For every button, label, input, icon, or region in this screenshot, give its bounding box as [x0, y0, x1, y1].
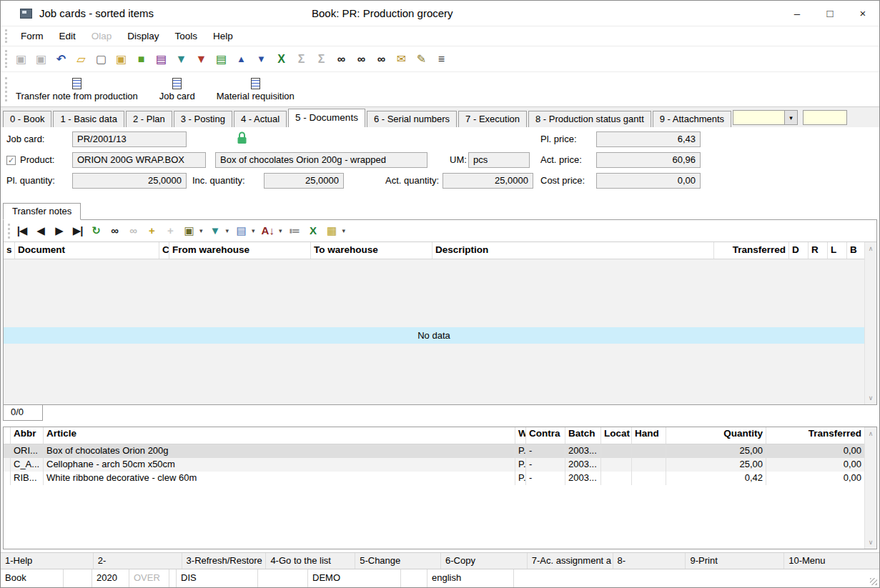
scroll-down-icon[interactable]: ∨ [869, 536, 874, 549]
view-settings-icon[interactable]: ▤ [235, 223, 247, 239]
column-header-quantity[interactable]: Quantity [666, 427, 766, 444]
cost-price-field[interactable]: 0,00 [596, 173, 701, 189]
close-button[interactable]: × [846, 1, 879, 26]
vertical-scrollbar[interactable]: ∧ ∨ [864, 242, 876, 404]
fkey-print[interactable]: 9-Print [686, 553, 784, 569]
menu-tools[interactable]: Tools [167, 31, 206, 41]
column-header-from-warehouse[interactable]: From warehouse [169, 242, 311, 259]
chevron-down-icon[interactable]: ▾ [199, 227, 203, 234]
tab-posting[interactable]: 3 - Posting [174, 111, 232, 127]
tab-production-status-gantt[interactable]: 8 - Production status gantt [528, 111, 651, 127]
hamburger-menu-icon[interactable]: ≡ [433, 51, 450, 68]
maximize-button[interactable]: □ [814, 1, 846, 26]
scroll-down-icon[interactable]: ∨ [869, 392, 874, 404]
tab-book[interactable]: 0 - Book [3, 111, 51, 127]
copy-icon[interactable]: ▣ [113, 51, 129, 68]
find-next-icon[interactable]: ∞ [373, 51, 390, 68]
column-header-document[interactable]: Document [15, 242, 159, 259]
quick-select-combo[interactable]: ▾ [733, 110, 798, 125]
mail-icon[interactable]: ✉ [393, 51, 410, 68]
filter-icon[interactable]: ▼ [209, 223, 222, 239]
find-icon[interactable]: ∞ [109, 223, 121, 239]
tab-documents[interactable]: 5 - Documents [288, 109, 365, 127]
column-header-handling[interactable]: Hand [632, 427, 666, 444]
menu-form[interactable]: Form [13, 31, 51, 41]
product-name-field[interactable]: Box of chocolates Orion 200g - wrapped [215, 152, 427, 168]
fkey-refresh-restore[interactable]: 3-Refresh/Restore [182, 553, 267, 569]
minimize-button[interactable]: – [781, 1, 814, 26]
refresh-icon[interactable]: ↻ [90, 223, 102, 239]
fkey-2[interactable]: 2- [94, 553, 182, 569]
column-header-b[interactable]: B [847, 242, 864, 259]
go-next-icon[interactable]: ▶ [53, 223, 65, 239]
menu-display[interactable]: Display [119, 31, 167, 41]
product-code-field[interactable]: ORION 200G WRAP.BOX [72, 152, 206, 168]
snapshot-icon[interactable]: ▣ [183, 223, 195, 239]
scroll-up-icon[interactable]: ∧ [869, 242, 874, 255]
move-down-icon[interactable]: ▼ [253, 51, 270, 68]
find-previous-icon[interactable]: ∞ [353, 51, 370, 68]
lock-icon[interactable]: ■ [133, 51, 149, 68]
quick-search-field[interactable] [803, 110, 847, 125]
transfer-notes-tab[interactable]: Transfer notes [3, 203, 81, 220]
act-quantity-field[interactable]: 25,0000 [443, 173, 533, 189]
table-row[interactable]: RIB... White ribbone decorative - clew 6… [4, 472, 864, 485]
filter-icon[interactable]: ▼ [173, 51, 189, 68]
job-card-field[interactable]: PR/2001/13 [72, 131, 187, 147]
tab-basic-data[interactable]: 1 - Basic data [53, 111, 124, 127]
go-previous-icon[interactable]: ◀ [34, 223, 46, 239]
column-header-description[interactable]: Description [432, 242, 714, 259]
pl-price-field[interactable]: 6,43 [596, 131, 701, 147]
vertical-scrollbar[interactable]: ∧ ∨ [864, 427, 876, 549]
chevron-down-icon[interactable]: ▾ [252, 227, 255, 234]
job-card-button[interactable]: Job card [157, 77, 198, 102]
sort-icon[interactable]: A↓ [262, 223, 275, 239]
scroll-up-icon[interactable]: ∧ [869, 427, 874, 440]
new-document-icon[interactable]: ▢ [93, 51, 109, 68]
chevron-down-icon[interactable]: ▾ [342, 227, 345, 234]
act-price-field[interactable]: 60,96 [596, 152, 701, 168]
tab-attachments[interactable]: 9 - Attachments [653, 111, 731, 127]
filter-values-icon[interactable]: ▼ [193, 51, 209, 68]
column-header-r[interactable]: R [809, 242, 828, 259]
pl-quantity-field[interactable]: 25,0000 [72, 173, 187, 189]
go-last-icon[interactable]: ▶| [71, 223, 84, 239]
add-row-icon[interactable]: + [146, 223, 158, 239]
excel-edit-icon[interactable]: X [273, 51, 290, 68]
save-icon[interactable]: ▣ [13, 51, 29, 68]
columns-icon[interactable]: ▦ [325, 223, 337, 239]
menu-help[interactable]: Help [205, 31, 241, 41]
column-header-article[interactable]: Article [44, 427, 515, 444]
product-checkbox[interactable]: ✓ [6, 156, 16, 165]
save-special-icon[interactable]: ▣ [33, 51, 49, 68]
notes-edit-icon[interactable]: ✎ [413, 51, 430, 68]
table-row[interactable]: C_A... Cellophane - arch 50cm x50cm P...… [4, 458, 864, 472]
move-up-icon[interactable]: ▲ [233, 51, 249, 68]
column-header-location[interactable]: Locat [601, 427, 632, 444]
column-header-contract[interactable]: Contra [526, 427, 565, 444]
open-icon[interactable]: ▱ [73, 51, 89, 68]
column-header-transferred[interactable]: Transferred [714, 242, 789, 259]
column-header-s[interactable]: s [4, 242, 15, 259]
find-continue-icon[interactable]: ∞ [127, 223, 139, 239]
field-list-icon[interactable]: ≔ [288, 223, 300, 239]
inc-quantity-field[interactable]: 25,0000 [264, 173, 344, 189]
table-row[interactable]: ORI... Box of chocolates Orion 200g P...… [4, 444, 864, 458]
column-header-batch[interactable]: Batch [565, 427, 601, 444]
chevron-down-icon[interactable]: ▾ [279, 227, 282, 234]
menu-edit[interactable]: Edit [51, 31, 84, 41]
column-header-to-warehouse[interactable]: To warehouse [311, 242, 432, 259]
material-requisition-button[interactable]: Material requisition [214, 77, 297, 102]
column-header-l[interactable]: L [828, 242, 847, 259]
chevron-down-icon[interactable]: ▾ [226, 227, 229, 234]
remove-row-icon[interactable]: + [164, 223, 177, 239]
fkey-8[interactable]: 8- [613, 553, 686, 569]
documents-stack-icon[interactable]: ▤ [213, 51, 229, 68]
fkey-menu[interactable]: 10-Menu [784, 553, 879, 569]
tab-serial-numbers[interactable]: 6 - Serial numbers [367, 111, 457, 127]
undo-icon[interactable]: ↶ [53, 51, 69, 68]
find-icon[interactable]: ∞ [333, 51, 350, 68]
tab-actual[interactable]: 4 - Actual [234, 111, 287, 127]
column-header-abbr[interactable]: Abbr [11, 427, 44, 444]
sum-branch-icon[interactable]: Σ [313, 51, 330, 68]
